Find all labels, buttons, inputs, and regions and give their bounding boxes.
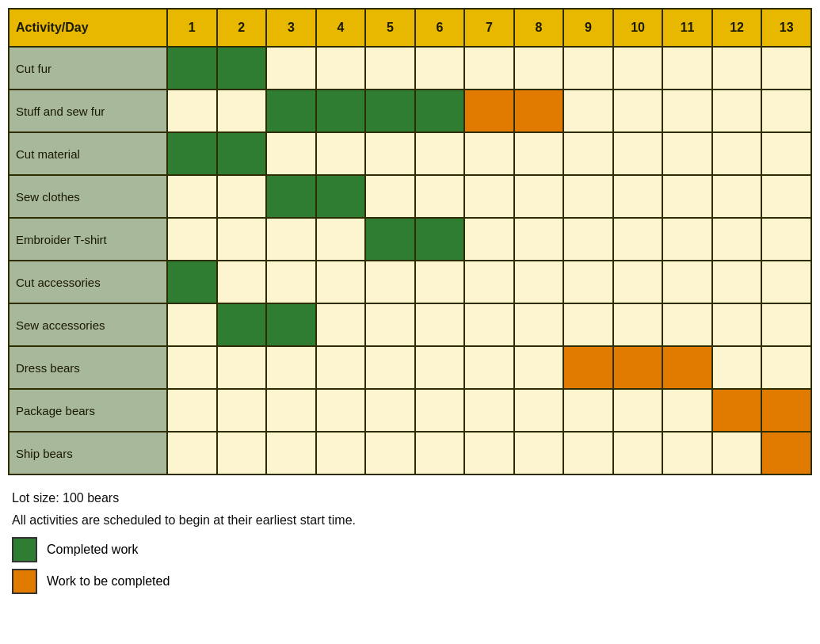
day-cell	[613, 261, 663, 303]
day-cell	[217, 346, 267, 389]
day-cell	[266, 346, 316, 389]
activity-label: Sew clothes	[9, 175, 167, 218]
day-cell	[613, 389, 663, 432]
day-cell	[464, 346, 514, 389]
day-cell	[662, 218, 712, 261]
day-cell	[365, 389, 415, 432]
day-cell	[217, 132, 267, 175]
day-cell	[167, 47, 217, 90]
schedule-note-text: All activities are scheduled to begin at…	[12, 513, 808, 528]
table-row: Cut material	[9, 132, 811, 175]
day-cell	[514, 175, 564, 218]
day-cell	[365, 303, 415, 346]
day-cell	[266, 261, 316, 303]
day-cell	[464, 389, 514, 432]
day-9-header: 9	[563, 9, 613, 47]
activity-label: Dress bears	[9, 346, 167, 389]
day-cell	[167, 218, 217, 261]
activity-label: Cut fur	[9, 47, 167, 90]
day-4-header: 4	[316, 9, 366, 47]
day-cell	[761, 90, 811, 132]
day-cell	[514, 47, 564, 90]
day-cell	[167, 346, 217, 389]
day-cell	[613, 218, 663, 261]
day-cell	[167, 389, 217, 432]
activity-label: Cut material	[9, 132, 167, 175]
day-cell	[316, 346, 366, 389]
chart-container: Activity/Day 1 2 3 4 5 6 7 8 9 10 11 12 …	[8, 8, 812, 594]
table-row: Package bears	[9, 389, 811, 432]
legend-completed: Completed work	[12, 537, 808, 562]
day-cell	[217, 90, 267, 132]
completed-icon	[12, 537, 37, 562]
table-row: Cut accessories	[9, 261, 811, 303]
gantt-table: Activity/Day 1 2 3 4 5 6 7 8 9 10 11 12 …	[8, 8, 812, 475]
day-13-header: 13	[761, 9, 811, 47]
day-cell	[563, 389, 613, 432]
header-row: Activity/Day 1 2 3 4 5 6 7 8 9 10 11 12 …	[9, 9, 811, 47]
day-cell	[761, 261, 811, 303]
day-7-header: 7	[464, 9, 514, 47]
table-row: Cut fur	[9, 47, 811, 90]
pending-icon	[12, 569, 37, 594]
day-cell	[415, 47, 465, 90]
day-cell	[266, 303, 316, 346]
day-cell	[712, 47, 762, 90]
day-2-header: 2	[217, 9, 267, 47]
day-cell	[415, 132, 465, 175]
day-cell	[761, 218, 811, 261]
activity-label: Package bears	[9, 389, 167, 432]
table-row: Sew accessories	[9, 303, 811, 346]
pending-label: Work to be completed	[47, 574, 170, 589]
day-cell	[662, 175, 712, 218]
day-cell	[266, 432, 316, 474]
day-cell	[761, 303, 811, 346]
completed-label: Completed work	[47, 543, 139, 557]
day-cell	[266, 90, 316, 132]
day-cell	[365, 132, 415, 175]
day-cell	[514, 218, 564, 261]
day-cell	[761, 389, 811, 432]
day-cell	[514, 90, 564, 132]
day-cell	[365, 175, 415, 218]
day-cell	[563, 132, 613, 175]
day-cell	[464, 90, 514, 132]
day-cell	[167, 432, 217, 474]
table-row: Embroider T-shirt	[9, 218, 811, 261]
day-cell	[712, 175, 762, 218]
table-row: Ship bears	[9, 432, 811, 474]
day-cell	[563, 47, 613, 90]
day-cell	[217, 261, 267, 303]
gantt-body: Cut furStuff and sew furCut materialSew …	[9, 47, 811, 474]
day-cell	[514, 346, 564, 389]
day-cell	[712, 261, 762, 303]
day-cell	[464, 47, 514, 90]
day-cell	[563, 90, 613, 132]
day-cell	[365, 261, 415, 303]
day-10-header: 10	[613, 9, 663, 47]
activity-label: Ship bears	[9, 432, 167, 474]
lot-size-text: Lot size: 100 bears	[12, 491, 808, 505]
day-cell	[464, 132, 514, 175]
day-3-header: 3	[266, 9, 316, 47]
day-cell	[712, 218, 762, 261]
activity-label: Sew accessories	[9, 303, 167, 346]
activity-label: Cut accessories	[9, 261, 167, 303]
day-cell	[316, 303, 366, 346]
day-cell	[613, 303, 663, 346]
day-cell	[316, 175, 366, 218]
day-cell	[563, 346, 613, 389]
day-cell	[761, 47, 811, 90]
day-cell	[563, 303, 613, 346]
day-cell	[662, 47, 712, 90]
day-cell	[316, 47, 366, 90]
activity-label: Embroider T-shirt	[9, 218, 167, 261]
day-cell	[514, 132, 564, 175]
day-cell	[613, 47, 663, 90]
day-cell	[613, 132, 663, 175]
day-cell	[316, 432, 366, 474]
day-cell	[415, 218, 465, 261]
day-cell	[316, 132, 366, 175]
day-cell	[167, 90, 217, 132]
day-cell	[415, 346, 465, 389]
